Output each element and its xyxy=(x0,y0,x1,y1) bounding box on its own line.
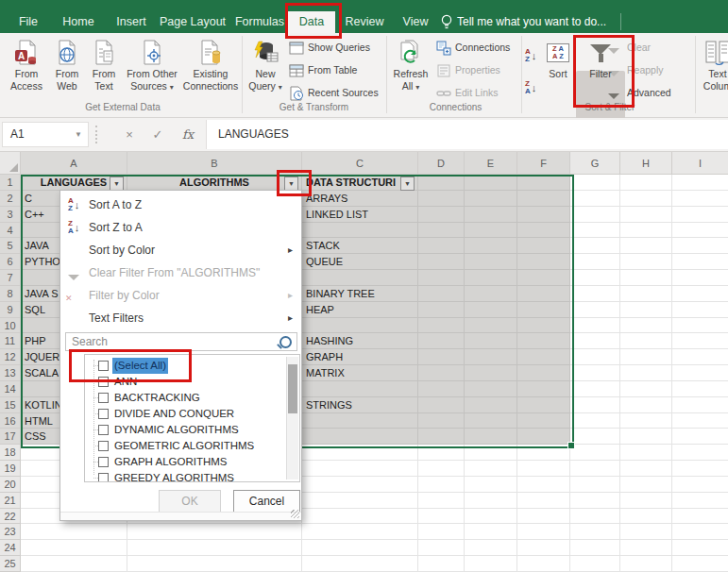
cell-F14[interactable] xyxy=(517,381,570,397)
row-header-21[interactable]: 21 xyxy=(0,493,21,509)
menu-item-sort-a-to-z[interactable]: AZ↓ Sort A to Z xyxy=(60,193,301,216)
cell-E25[interactable] xyxy=(465,556,517,572)
row-header-8[interactable]: 8 xyxy=(0,286,21,302)
cell-E12[interactable] xyxy=(465,349,517,365)
row-header-20[interactable]: 20 xyxy=(0,477,21,493)
cell-F8[interactable] xyxy=(517,286,570,302)
cell-E14[interactable] xyxy=(465,381,517,397)
cell-I12[interactable] xyxy=(672,349,728,365)
row-header-25[interactable]: 25 xyxy=(0,556,21,572)
cell-I11[interactable] xyxy=(672,333,728,349)
cell-G6[interactable] xyxy=(570,254,620,270)
cell-H6[interactable] xyxy=(620,254,672,270)
cell-F22[interactable] xyxy=(517,509,570,525)
checkbox[interactable] xyxy=(98,457,109,467)
filter-list-item-5[interactable]: GEOMETRIC ALGORITHMS xyxy=(85,438,274,454)
cell-I7[interactable] xyxy=(672,270,728,286)
cell-C4[interactable] xyxy=(302,223,418,239)
cell-E23[interactable] xyxy=(465,524,517,540)
cell-H2[interactable] xyxy=(620,191,672,207)
cell-E19[interactable] xyxy=(465,461,517,477)
cell-D6[interactable] xyxy=(418,254,465,270)
cell-F12[interactable] xyxy=(517,349,570,365)
cell-G2[interactable] xyxy=(570,191,620,207)
cell-H13[interactable] xyxy=(620,365,672,381)
cell-D9[interactable] xyxy=(418,302,465,318)
cell-H17[interactable] xyxy=(620,429,672,445)
cell-D23[interactable] xyxy=(418,524,465,540)
cell-C10[interactable] xyxy=(302,318,418,334)
row-header-12[interactable]: 12 xyxy=(0,349,21,365)
cell-H23[interactable] xyxy=(620,524,672,540)
row-header-2[interactable]: 2 xyxy=(0,191,21,207)
cell-H19[interactable] xyxy=(620,461,672,477)
cell-F9[interactable] xyxy=(517,302,570,318)
cell-C14[interactable] xyxy=(302,381,418,397)
cell-I3[interactable] xyxy=(672,207,728,223)
cell-F25[interactable] xyxy=(517,556,570,572)
cell-D1[interactable] xyxy=(418,175,465,191)
cell-H12[interactable] xyxy=(620,349,672,365)
cell-G25[interactable] xyxy=(570,556,620,572)
cell-G21[interactable] xyxy=(570,493,620,509)
column-header-A[interactable]: A xyxy=(21,152,127,175)
cell-D8[interactable] xyxy=(418,286,465,302)
cell-D12[interactable] xyxy=(418,349,465,365)
cell-G16[interactable] xyxy=(570,413,620,429)
cell-E9[interactable] xyxy=(465,302,517,318)
cell-H14[interactable] xyxy=(620,381,672,397)
row-header-18[interactable]: 18 xyxy=(0,445,21,461)
resize-grip-icon[interactable] xyxy=(291,510,299,518)
cell-H1[interactable] xyxy=(620,175,672,191)
cell-E8[interactable] xyxy=(465,286,517,302)
cell-G10[interactable] xyxy=(570,318,620,334)
cell-I8[interactable] xyxy=(672,286,728,302)
cell-D20[interactable] xyxy=(418,477,465,493)
cell-E21[interactable] xyxy=(465,493,517,509)
checkbox[interactable] xyxy=(98,409,109,419)
menu-item-text-filters[interactable]: Text Filters ▸ xyxy=(60,307,301,329)
cell-E10[interactable] xyxy=(465,318,517,334)
list-scrollbar[interactable] xyxy=(286,357,298,479)
row-header-7[interactable]: 7 xyxy=(0,270,21,286)
cell-C19[interactable] xyxy=(302,461,418,477)
cell-H11[interactable] xyxy=(620,333,672,349)
filter-list-item-0[interactable]: (Select All) xyxy=(85,358,274,374)
cell-G19[interactable] xyxy=(570,461,620,477)
cell-F16[interactable] xyxy=(517,413,570,429)
cell-F1[interactable] xyxy=(517,175,570,191)
checkbox[interactable] xyxy=(98,361,109,371)
cell-H21[interactable] xyxy=(620,493,672,509)
row-header-22[interactable]: 22 xyxy=(0,509,21,525)
cell-G5[interactable] xyxy=(570,238,620,254)
cell-F11[interactable] xyxy=(517,333,570,349)
cell-F5[interactable] xyxy=(517,238,570,254)
cell-I20[interactable] xyxy=(672,477,728,493)
filter-list-item-4[interactable]: DYNAMIC ALGORITHMS xyxy=(85,422,274,438)
cell-H10[interactable] xyxy=(620,318,672,334)
checkbox[interactable] xyxy=(98,377,109,387)
cell-I16[interactable] xyxy=(672,413,728,429)
cell-E7[interactable] xyxy=(465,270,517,286)
cell-D2[interactable] xyxy=(418,191,465,207)
cell-I4[interactable] xyxy=(672,223,728,239)
cell-H20[interactable] xyxy=(620,477,672,493)
row-header-5[interactable]: 5 xyxy=(0,238,21,254)
row-header-10[interactable]: 10 xyxy=(0,318,21,334)
cell-E3[interactable] xyxy=(465,207,517,223)
checkbox[interactable] xyxy=(98,441,109,451)
cell-I24[interactable] xyxy=(672,540,728,556)
menu-item-filter-by-color[interactable]: Filter by Color ▸ xyxy=(60,284,301,307)
cell-H4[interactable] xyxy=(620,223,672,239)
filter-list-item-7[interactable]: GREEDY ALGORITHMS xyxy=(85,470,274,482)
cell-D7[interactable] xyxy=(418,270,465,286)
row-header-11[interactable]: 11 xyxy=(0,333,21,349)
cell-D15[interactable] xyxy=(418,397,465,413)
filter-search-input[interactable] xyxy=(65,332,297,351)
column-header-C[interactable]: C xyxy=(302,152,418,175)
cell-H7[interactable] xyxy=(620,270,672,286)
cell-I23[interactable] xyxy=(672,524,728,540)
cell-F21[interactable] xyxy=(517,493,570,509)
cell-C25[interactable] xyxy=(302,556,418,572)
cell-G4[interactable] xyxy=(570,223,620,239)
